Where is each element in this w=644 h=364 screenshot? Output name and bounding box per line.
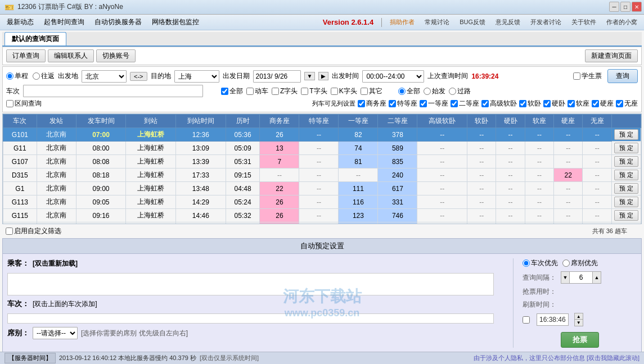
menu-switch-server[interactable]: 自动切换服务器 [90, 16, 146, 29]
table-cell: 13 [260, 142, 299, 155]
menu-discuss[interactable]: 常规讨论 [420, 16, 454, 28]
train-num-input[interactable] [23, 85, 203, 97]
table-cell: 北京南 [37, 155, 76, 169]
custom-filter-check[interactable]: 启用自定义筛选 [6, 226, 61, 236]
table-cell: 北京南 [37, 222, 76, 224]
new-page-button[interactable]: 新建查询页面 [585, 49, 638, 62]
auto-reserve-section: 自动预定设置 乘客： [双击重新加载] 车次： [双击上面的车次添加] 席别： [2, 238, 642, 353]
menu-network-monitor[interactable]: 网络数据包监控 [147, 16, 204, 29]
table-row[interactable]: G113北京南09:05上海虹桥14:2905:2426--116331----… [3, 195, 641, 209]
table-cell: 331 [378, 195, 417, 209]
refresh-label: 刷新时间： [523, 300, 556, 310]
time-spinbox[interactable]: ▲ ▼ [574, 313, 583, 326]
interval-up-button[interactable]: ▲ [592, 271, 601, 284]
table-cell: -- [496, 142, 525, 155]
round-trip-radio[interactable]: 往返 [33, 71, 55, 81]
table-row[interactable]: G107北京南08:08上海虹桥13:3905:317--81835------… [3, 155, 641, 169]
table-row[interactable]: G41北京南09:33上海虹桥15:0805:3524--102585-----… [3, 222, 641, 224]
col-from: 发站 [37, 115, 76, 128]
menu-feedback[interactable]: 意见反馈 [491, 16, 525, 28]
order-query-button[interactable]: 订单查询 [6, 49, 46, 62]
table-cell: -- [583, 209, 612, 222]
book-cell: 预 定 [611, 169, 641, 182]
table-cell: 09:15 [226, 169, 260, 182]
book-button[interactable]: 预 定 [614, 183, 638, 194]
table-cell: -- [299, 222, 339, 224]
query-button[interactable]: 查询 [607, 69, 638, 83]
passenger-hint[interactable]: [双击重新加载] [33, 259, 78, 269]
book-button[interactable]: 预 定 [614, 197, 638, 207]
pass-radio[interactable]: 过路 [449, 87, 471, 96]
table-cell: 116 [339, 195, 378, 209]
edit-contacts-button[interactable]: 编辑联系人 [48, 49, 94, 62]
switch-account-button[interactable]: 切换账号 [96, 49, 136, 62]
minimize-button[interactable]: ─ [609, 2, 619, 12]
table-cell: -- [583, 155, 612, 169]
seat-select[interactable]: --请选择-- [33, 327, 78, 339]
to-city-select[interactable]: 上海 [174, 70, 219, 83]
table-row[interactable]: G101北京南07:00上海虹桥12:3605:3626--82378-----… [3, 128, 641, 142]
search-form: 单程 往返 出发地 北京 <-> 目的地 上海 出发日期 ▼ ▶ 出发时间 00 [2, 66, 642, 112]
menu-donate[interactable]: 捐助作者 [385, 16, 419, 28]
interval-spinbox[interactable]: ▼ ▲ [561, 271, 601, 284]
table-row[interactable]: G11北京南08:00上海虹桥13:0905:0913--74589------… [3, 142, 641, 155]
date-picker-button[interactable]: ▼ [304, 72, 316, 80]
status-right-text[interactable]: 由于涉及个人隐私，这里只公布部分信息 [双击我隐藏此滚动] [474, 354, 640, 362]
interval-query-check[interactable]: 区间查询 [6, 99, 42, 108]
table-cell: 北京南 [37, 128, 76, 142]
table-cell: 585 [378, 222, 417, 224]
interval-down-button[interactable]: ▼ [561, 271, 570, 284]
grab-ticket-button[interactable]: 抢票 [561, 332, 599, 348]
dc-check[interactable]: 动车 [246, 87, 268, 96]
one-way-radio[interactable]: 单程 [6, 71, 28, 81]
time-up-button[interactable]: ▲ [575, 313, 583, 320]
all-seat-radio[interactable]: 全部 [398, 87, 420, 96]
t-check[interactable]: T字头 [301, 87, 327, 96]
time-down-button[interactable]: ▼ [575, 320, 583, 326]
date-input[interactable] [253, 70, 301, 83]
book-cell: 预 定 [611, 155, 641, 169]
book-button[interactable]: 预 定 [614, 210, 638, 221]
book-button[interactable]: 预 定 [614, 156, 638, 167]
visible-cols-label: 列车可见列设置 [312, 99, 355, 108]
maximize-button[interactable]: □ [620, 2, 631, 12]
table-row[interactable]: G115北京南09:16上海虹桥14:4605:3226--123746----… [3, 209, 641, 222]
date-next-button[interactable]: ▶ [318, 72, 328, 80]
table-cell: -- [583, 169, 612, 182]
student-ticket-check[interactable]: 学生票 [573, 71, 602, 81]
time-select[interactable]: 00:00--24:00 [362, 70, 424, 83]
train-hint[interactable]: [双击上面的车次添加] [33, 299, 97, 309]
interval-input[interactable] [570, 271, 592, 284]
z-check[interactable]: Z字头 [272, 87, 298, 96]
table-row[interactable]: D315北京南08:18上海虹桥17:3309:15------240-----… [3, 169, 641, 182]
table-cell: G107 [3, 155, 37, 169]
book-button[interactable]: 预 定 [614, 129, 638, 140]
default-tab[interactable]: 默认的查询页面 [4, 32, 66, 46]
swap-button[interactable]: <-> [130, 72, 147, 81]
double-click-hint[interactable]: [双击仅显示系统时间] [200, 354, 259, 362]
start-radio[interactable]: 始发 [424, 87, 445, 96]
table-cell: 北京南 [37, 195, 76, 209]
k-check[interactable]: K字头 [331, 87, 357, 96]
status-bar: 【服务器时间】 2013-09-12 16:40:12 本地比服务器慢约 40.… [0, 352, 644, 364]
menu-about[interactable]: 关于软件 [567, 16, 601, 28]
priority-seat-radio[interactable]: 席别优先 [562, 258, 598, 268]
menu-blog[interactable]: 作者的小窝 [602, 16, 642, 28]
table-cell: 上海虹桥 [126, 209, 176, 222]
book-button[interactable]: 预 定 [614, 170, 638, 180]
table-row[interactable]: G1北京南09:00上海虹桥13:4804:4822--111617------… [3, 182, 641, 195]
menu-latest[interactable]: 最新动态 [2, 16, 38, 29]
other-check[interactable]: 其它 [361, 87, 382, 96]
menu-time-query[interactable]: 起售时间查询 [39, 16, 89, 29]
book-button[interactable]: 预 定 [614, 143, 638, 153]
priority-train-radio[interactable]: 车次优先 [523, 258, 558, 268]
table-cell: 05:09 [226, 142, 260, 155]
menu-dev-discuss[interactable]: 开发者讨论 [526, 16, 566, 28]
table-cell: 北京南 [37, 209, 76, 222]
table-cell: 04:48 [226, 182, 260, 195]
close-button[interactable]: ✕ [632, 2, 642, 12]
book-cell: 预 定 [611, 195, 641, 209]
from-city-select[interactable]: 北京 [82, 70, 127, 83]
all-check[interactable]: 全部 [221, 87, 243, 96]
menu-bug[interactable]: BUG反馈 [455, 16, 490, 28]
